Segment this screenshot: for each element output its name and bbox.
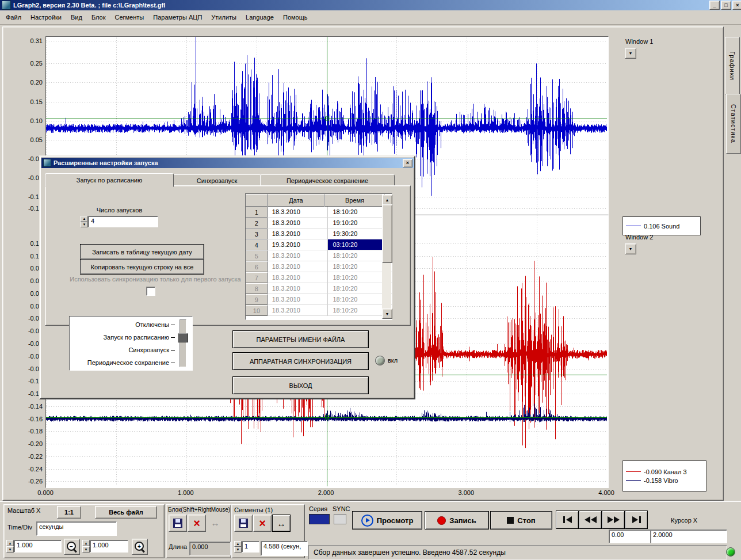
segment-delete-button[interactable] bbox=[253, 515, 272, 532]
decrement-icon[interactable] bbox=[234, 547, 242, 553]
menu-item-language[interactable]: Language bbox=[241, 12, 278, 23]
zoom-out-icon bbox=[66, 541, 78, 553]
decrement-icon[interactable] bbox=[81, 222, 88, 227]
menu-item-help[interactable]: Помощь bbox=[278, 12, 312, 23]
block-delete-button[interactable] bbox=[188, 515, 206, 532]
table-header-time[interactable]: Время bbox=[324, 194, 385, 207]
segment-index-value[interactable]: 1 bbox=[242, 541, 259, 553]
exit-button[interactable]: ВЫХОД bbox=[232, 376, 369, 394]
zoom-out-button[interactable] bbox=[64, 539, 80, 555]
go-to-start-button[interactable] bbox=[556, 511, 579, 529]
record-button[interactable]: Запись bbox=[425, 511, 489, 529]
increment-icon[interactable] bbox=[6, 540, 14, 546]
timediv-label: Time/Div bbox=[7, 524, 32, 531]
filename-params-button[interactable]: ПАРАМЕТРЫ ИМЕНИ ФАЙЛА bbox=[232, 330, 369, 348]
mode-option[interactable]: Отключены bbox=[70, 318, 192, 331]
schedule-table-row[interactable]: 818.3.201018:10:20 bbox=[246, 283, 392, 294]
menu-bar: Файл Настройки Вид Блок Сегменты Парамет… bbox=[0, 10, 741, 25]
block-length-label: Длина bbox=[169, 543, 187, 550]
schedule-table-row[interactable]: 318.3.201019:30:20 bbox=[246, 228, 392, 239]
runs-count-arrows[interactable] bbox=[81, 216, 88, 227]
schedule-table-row[interactable]: 518.3.201018:10:20 bbox=[246, 250, 392, 261]
table-scrollbar[interactable]: ▲ ▼ bbox=[382, 195, 391, 319]
scale-x-stepper[interactable]: 1.000 bbox=[6, 540, 62, 553]
close-button[interactable]: × bbox=[732, 1, 741, 10]
menu-item-utilities[interactable]: Утилиты bbox=[207, 12, 241, 23]
tab-statistics[interactable]: Статистика bbox=[726, 94, 741, 154]
table-header-date[interactable]: Дата bbox=[268, 194, 324, 207]
segment-save-button[interactable] bbox=[234, 515, 253, 532]
menu-item-view[interactable]: Вид bbox=[66, 12, 87, 23]
write-current-date-button[interactable]: Записать в таблицу текущую дату bbox=[80, 244, 204, 260]
maximize-button[interactable]: □ bbox=[721, 1, 731, 10]
menu-item-adc-params[interactable]: Параметры АЦП bbox=[148, 12, 207, 23]
segment-resize-button[interactable] bbox=[272, 515, 291, 532]
menu-item-settings[interactable]: Настройки bbox=[26, 12, 66, 23]
scale-x-value[interactable]: 1.000 bbox=[14, 540, 62, 553]
y-axis-tick-label: -0.14 bbox=[28, 403, 43, 410]
mode-slider-track[interactable] bbox=[179, 319, 186, 367]
segment-index-stepper[interactable]: 1 bbox=[234, 541, 259, 553]
mode-option[interactable]: Синхрозапуск bbox=[70, 344, 192, 356]
decrement-icon[interactable] bbox=[6, 546, 14, 553]
one-to-one-button[interactable]: 1:1 bbox=[57, 506, 81, 519]
rewind-icon bbox=[585, 516, 590, 523]
stop-icon bbox=[507, 517, 514, 524]
mode-option[interactable]: Запуск по расписанию bbox=[70, 331, 192, 344]
schedule-table-row[interactable]: 1018.3.201018:10:20 bbox=[246, 305, 392, 316]
scale-y-value[interactable]: 1.000 bbox=[90, 540, 128, 553]
schedule-table-row[interactable]: 918.3.201018:10:20 bbox=[246, 294, 392, 305]
go-to-end-button[interactable] bbox=[625, 511, 648, 529]
y-axis-tick-label: 0.15 bbox=[30, 98, 43, 105]
tab-schedule-start[interactable]: Запуск по расписанию bbox=[45, 173, 174, 187]
title-bar[interactable]: LGraph2, версия 2.30 Beta. ; file c:\LGr… bbox=[0, 0, 741, 10]
status-bar: Сбор данных завершен успешно. Введено 45… bbox=[308, 545, 727, 559]
mode-slider-handle[interactable] bbox=[178, 333, 188, 342]
cursor-x-field[interactable]: 2.0000 bbox=[650, 529, 727, 543]
step-forward-button[interactable] bbox=[602, 511, 625, 529]
menu-item-file[interactable]: Файл bbox=[1, 12, 26, 23]
scroll-up-icon[interactable]: ▲ bbox=[382, 195, 392, 205]
hardware-sync-button[interactable]: АППАРАТНАЯ СИНХРОНИЗАЦИЯ bbox=[232, 352, 369, 370]
step-back-button[interactable] bbox=[579, 511, 602, 529]
schedule-table-row[interactable]: 118.3.201018:10:20 bbox=[246, 207, 392, 218]
menu-item-segments[interactable]: Сегменты bbox=[110, 12, 148, 23]
preview-button[interactable]: Просмотр bbox=[352, 511, 422, 529]
sync-first-run-checkbox[interactable] bbox=[146, 287, 155, 296]
schedule-table-row[interactable]: 419.3.201003:10:20 bbox=[246, 239, 392, 250]
increment-icon[interactable] bbox=[234, 541, 242, 547]
dialog-title-bar[interactable]: Расширенные настройки запуска × bbox=[41, 158, 414, 168]
scale-y-stepper[interactable]: 1.000 bbox=[82, 540, 128, 553]
copy-row-to-all-button[interactable]: Копировать текущую строку на все bbox=[80, 259, 204, 275]
scroll-down-icon[interactable]: ▼ bbox=[382, 308, 392, 319]
dialog-close-button[interactable]: × bbox=[403, 159, 412, 167]
increment-icon[interactable] bbox=[82, 540, 90, 546]
runs-count-value[interactable]: 4 bbox=[88, 216, 158, 227]
schedule-table-row[interactable]: 618.3.201018:10:20 bbox=[246, 261, 392, 272]
menu-item-block[interactable]: Блок bbox=[87, 12, 110, 23]
zoom-in-button[interactable] bbox=[132, 539, 148, 555]
advanced-start-settings-dialog: Расширенные настройки запуска × Запуск п… bbox=[39, 155, 415, 399]
fast-forward-icon bbox=[614, 516, 620, 523]
save-icon bbox=[173, 519, 182, 528]
skip-end-icon bbox=[632, 516, 638, 523]
increment-icon[interactable] bbox=[81, 216, 88, 222]
cursor-y-field[interactable]: 0.00 bbox=[609, 529, 652, 543]
schedule-table-row[interactable]: 718.3.201018:10:20 bbox=[246, 272, 392, 283]
block-save-button[interactable] bbox=[169, 515, 187, 532]
runs-count-label: Число запусков bbox=[81, 207, 158, 214]
window2-dropdown-button[interactable]: ▼ bbox=[625, 243, 636, 254]
fast-forward-icon bbox=[608, 516, 613, 523]
scrollbar-thumb[interactable] bbox=[382, 204, 392, 263]
decrement-icon[interactable] bbox=[82, 546, 90, 553]
schedule-table-row[interactable]: 218.3.201019:10:20 bbox=[246, 218, 392, 228]
stop-button[interactable]: Стоп bbox=[490, 511, 552, 529]
minimize-button[interactable]: _ bbox=[709, 1, 720, 10]
status-led bbox=[726, 547, 735, 557]
window1-dropdown-button[interactable]: ▼ bbox=[625, 48, 636, 59]
units-field[interactable]: секунды bbox=[36, 521, 117, 536]
tab-graphs[interactable]: Графики bbox=[725, 37, 740, 94]
runs-count-stepper[interactable]: 4 bbox=[81, 216, 158, 227]
mode-option[interactable]: Периодическое сохранение bbox=[70, 356, 192, 369]
whole-file-button[interactable]: Весь файл bbox=[95, 506, 157, 519]
